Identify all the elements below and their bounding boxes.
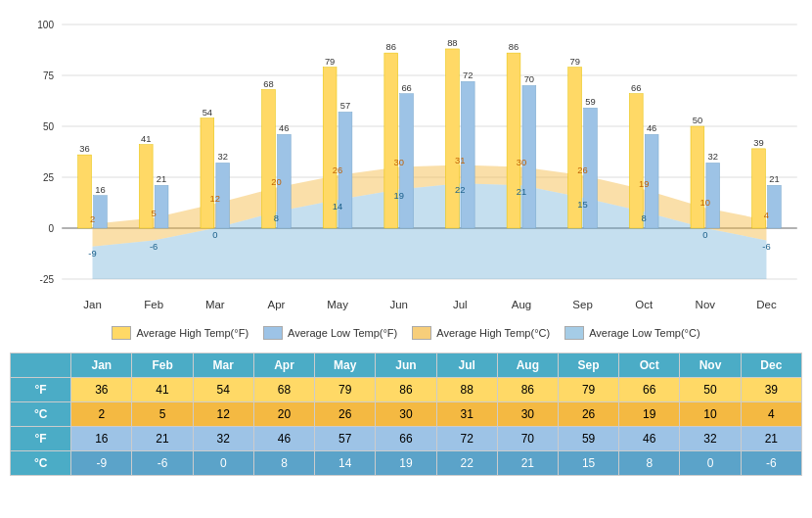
table-row-label: °C (11, 451, 71, 476)
legend-item: Average Low Temp(°F) (263, 326, 397, 340)
table-data-cell: 59 (558, 427, 618, 451)
table-data-cell: 72 (436, 427, 497, 451)
svg-text:16: 16 (95, 185, 105, 195)
table-data-cell: 86 (376, 378, 436, 402)
table-data-cell: 57 (315, 427, 376, 451)
svg-text:Oct: Oct (635, 299, 654, 310)
table-data-cell: 19 (376, 451, 436, 476)
table-data-cell: 30 (376, 402, 436, 427)
svg-text:46: 46 (279, 123, 289, 133)
table-row-label: °C (11, 402, 71, 427)
svg-text:26: 26 (333, 165, 342, 175)
table-data-cell: 36 (71, 378, 132, 402)
table-data-cell: 30 (497, 402, 558, 427)
table-data-cell: -9 (71, 451, 132, 476)
table-data-cell: 21 (741, 427, 801, 451)
table-header-cell: Nov (680, 353, 741, 378)
legend-item: Average High Temp(°F) (112, 326, 248, 340)
svg-text:46: 46 (647, 123, 656, 133)
svg-text:-9: -9 (88, 249, 96, 259)
svg-text:54: 54 (203, 108, 212, 118)
svg-text:20: 20 (271, 178, 281, 188)
table-header-cell (11, 353, 71, 378)
svg-text:32: 32 (218, 153, 228, 163)
table-data-cell: 46 (619, 427, 680, 451)
svg-text:19: 19 (639, 180, 649, 190)
table-row: °F162132465766727059463221 (11, 427, 802, 451)
svg-text:66: 66 (401, 83, 411, 93)
svg-text:19: 19 (393, 192, 403, 202)
table-data-cell: 88 (436, 378, 497, 402)
table-data-cell: 79 (315, 378, 376, 402)
table-row: °F364154687986888679665039 (11, 378, 802, 402)
chart-plot: 3641546879868886796650391621324657667270… (57, 10, 802, 313)
svg-text:30: 30 (393, 158, 403, 167)
svg-rect-12 (201, 118, 214, 228)
svg-rect-32 (94, 196, 108, 228)
table-data-cell: 79 (558, 378, 618, 402)
svg-text:Aug: Aug (512, 299, 531, 310)
table-data-cell: 20 (253, 402, 314, 427)
svg-text:Jul: Jul (453, 299, 468, 310)
table-data-cell: 8 (619, 451, 680, 476)
svg-text:72: 72 (463, 71, 473, 80)
table-data-cell: 8 (253, 451, 314, 476)
table-data-cell: 19 (619, 402, 680, 427)
svg-rect-52 (706, 163, 720, 228)
chart-container: Temperature (°F/°C) 1007550250-25 364154… (0, 0, 812, 481)
svg-text:50: 50 (693, 116, 702, 125)
svg-rect-20 (445, 49, 459, 228)
table-header-cell: Dec (741, 353, 801, 378)
svg-rect-34 (155, 185, 168, 228)
table-row: °C251220263031302619104 (11, 402, 802, 427)
y-axis: 1007550250-25 (27, 10, 57, 313)
svg-text:4: 4 (764, 211, 769, 220)
svg-text:32: 32 (708, 153, 718, 163)
svg-text:15: 15 (577, 200, 587, 210)
table-data-cell: 41 (132, 378, 193, 402)
legend-color-box (564, 326, 584, 340)
svg-text:39: 39 (753, 138, 763, 148)
table-data-cell: 54 (193, 378, 253, 402)
svg-text:2: 2 (90, 214, 95, 224)
svg-rect-54 (768, 185, 782, 228)
svg-rect-22 (507, 53, 520, 228)
svg-rect-26 (629, 94, 643, 228)
table-header-cell: Jul (436, 353, 497, 378)
table-data-cell: 31 (436, 402, 497, 427)
svg-text:26: 26 (577, 165, 587, 175)
table-header-cell: Jun (376, 353, 436, 378)
table-data-cell: 5 (132, 402, 193, 427)
svg-text:Feb: Feb (144, 299, 163, 310)
table-data-cell: 26 (558, 402, 618, 427)
svg-text:59: 59 (585, 97, 595, 107)
svg-text:88: 88 (447, 38, 457, 48)
svg-text:68: 68 (263, 79, 273, 89)
svg-text:41: 41 (141, 134, 151, 144)
table-data-cell: 15 (558, 451, 618, 476)
svg-rect-18 (384, 53, 398, 228)
svg-text:22: 22 (455, 185, 465, 195)
svg-text:-6: -6 (762, 243, 770, 253)
svg-text:31: 31 (455, 156, 465, 165)
table-data-cell: 12 (193, 402, 253, 427)
svg-text:14: 14 (333, 202, 342, 212)
svg-text:10: 10 (700, 198, 710, 208)
table-data-cell: 22 (436, 451, 497, 476)
svg-text:36: 36 (79, 144, 89, 154)
table-data-cell: 0 (680, 451, 741, 476)
svg-text:21: 21 (517, 187, 526, 197)
table-header-cell: Apr (253, 353, 314, 378)
legend-color-box (412, 326, 431, 340)
table-data-cell: 32 (193, 427, 253, 451)
table-data-cell: 10 (680, 402, 741, 427)
svg-text:86: 86 (386, 42, 396, 52)
table-data-cell: 14 (315, 451, 376, 476)
svg-text:Mar: Mar (205, 299, 225, 310)
legend: Average High Temp(°F)Average Low Temp(°F… (10, 321, 802, 345)
svg-text:21: 21 (157, 174, 166, 184)
svg-text:21: 21 (769, 174, 779, 184)
table-header-cell: Aug (497, 353, 558, 378)
table-data-cell: 21 (132, 427, 193, 451)
table-header-cell: Feb (132, 353, 193, 378)
